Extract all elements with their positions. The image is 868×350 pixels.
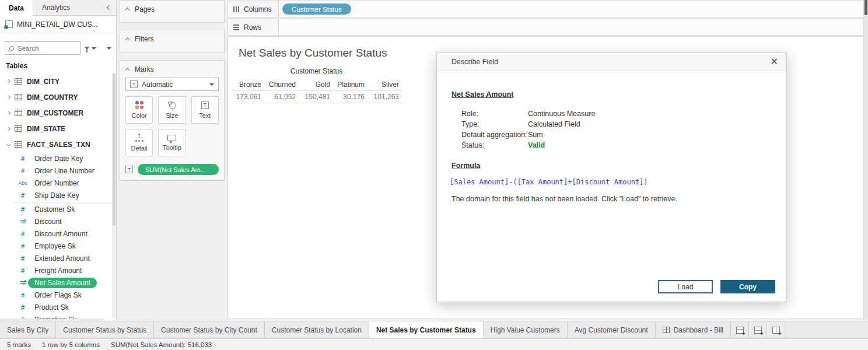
selected-field-pill[interactable]: Net Sales Amount xyxy=(28,278,97,288)
field-label: Customer Sk xyxy=(34,205,75,214)
tooltip-button[interactable]: Tooltip xyxy=(158,129,186,156)
new-story-button[interactable] xyxy=(767,321,785,338)
tab-customer-status-by-status[interactable]: Customer Status by Status xyxy=(56,321,154,338)
table-icon xyxy=(15,141,22,148)
columns-shelf-well[interactable]: Customer Status xyxy=(279,1,864,18)
customer-status-pill[interactable]: Customer Status xyxy=(282,4,351,15)
crosstab-column-header: Customer Status xyxy=(230,67,402,79)
category-cell[interactable]: Bronze xyxy=(230,79,265,90)
crosstab: Customer Status Bronze Churned Gold Plat… xyxy=(230,67,402,103)
columns-icon xyxy=(233,6,239,12)
tab-dashboard-bill[interactable]: Dashboard - Bill xyxy=(656,321,731,338)
mark-type-dropdown[interactable]: T Automatic xyxy=(125,78,219,91)
field-row[interactable]: # Customer Sk xyxy=(0,203,112,215)
chevron-right-icon[interactable] xyxy=(6,127,10,131)
collapse-pane-button[interactable] xyxy=(102,0,116,15)
tab-customer-status-by-city-count[interactable]: Customer Status by City Count xyxy=(154,321,265,338)
value-cell[interactable]: 61,052 xyxy=(265,91,299,103)
property-label: Status: xyxy=(461,140,528,150)
filter-fields-button[interactable] xyxy=(80,41,100,55)
tab-sales-by-city[interactable]: Sales By City xyxy=(0,321,56,338)
chevron-up-icon[interactable] xyxy=(125,37,130,42)
chevron-up-icon[interactable] xyxy=(125,8,130,12)
table-row-fact-sales-txn[interactable]: FACT_SALES_TXN xyxy=(0,136,112,152)
text-mark-icon: T xyxy=(130,80,138,88)
table-row-dim-country[interactable]: DIM_COUNTRY xyxy=(0,89,112,105)
search-box[interactable] xyxy=(5,41,80,55)
value-cell[interactable]: 173,061 xyxy=(230,91,265,103)
field-row[interactable]: Abc Order Number xyxy=(0,177,112,189)
field-row[interactable]: # Product Sk xyxy=(0,301,112,313)
mark-buttons-row1: Color Size T Text xyxy=(125,96,219,124)
chevron-right-icon[interactable] xyxy=(6,111,10,115)
value-cell[interactable]: 101,263 xyxy=(368,91,402,103)
property-value: Sum xyxy=(528,130,543,140)
field-row[interactable]: =# Discount xyxy=(0,215,112,228)
table-row-dim-state[interactable]: DIM_STATE xyxy=(0,121,112,136)
text-button[interactable]: T Text xyxy=(191,96,219,124)
new-dashboard-button[interactable] xyxy=(749,321,767,338)
filters-card[interactable]: Filters xyxy=(120,30,225,53)
scrollbar-thumb[interactable] xyxy=(864,0,867,15)
field-label: Product Sk xyxy=(34,303,69,312)
status-valid-value: Valid xyxy=(528,140,545,150)
field-row[interactable]: # Employee Sk xyxy=(0,240,112,252)
category-cell[interactable]: Platinum xyxy=(334,79,368,90)
field-row[interactable]: # Promotion Sk xyxy=(0,313,112,318)
marks-count: 5 marks xyxy=(7,341,31,348)
caret-down-icon xyxy=(92,47,96,50)
tab-customer-status-by-location[interactable]: Customer Status by Location xyxy=(265,321,369,338)
value-cell[interactable]: 30,176 xyxy=(334,91,368,103)
tab-high-value-customers[interactable]: High Value Customers xyxy=(484,321,568,338)
field-row[interactable]: # Order Date Key xyxy=(0,152,112,164)
property-row: Default aggregation: Sum xyxy=(461,130,772,140)
field-row-net-sales-amount[interactable]: =# Net Sales Amount xyxy=(0,276,112,289)
field-row[interactable]: # Ship Date Key xyxy=(0,189,112,201)
mark-buttons-row2: Detail Tooltip xyxy=(125,129,219,156)
datasource-row[interactable]: MINI_RETAIL_DW CUS... xyxy=(0,16,116,33)
rows-shelf-well[interactable] xyxy=(279,19,864,36)
chevron-right-icon[interactable] xyxy=(6,79,10,83)
field-label: Order Line Number xyxy=(34,167,94,175)
field-row[interactable]: # Freight Amount xyxy=(0,264,112,276)
tab-net-sales-by-customer-status[interactable]: Net Sales by Customer Status xyxy=(369,321,484,338)
new-worksheet-button[interactable] xyxy=(731,321,749,338)
category-cell[interactable]: Gold xyxy=(299,79,334,90)
copy-button[interactable]: Copy xyxy=(720,280,775,293)
data-pane-menu-button[interactable] xyxy=(102,41,116,55)
field-row[interactable]: # Extended Amount xyxy=(0,252,112,264)
rows-shelf-label: Rows xyxy=(228,19,279,36)
chevron-down-icon[interactable] xyxy=(6,142,10,146)
dialog-buttons: Load Copy xyxy=(658,280,775,293)
data-panel-tabs: Data Analytics xyxy=(0,0,116,16)
tab-analytics[interactable]: Analytics xyxy=(33,0,79,15)
size-button[interactable]: Size xyxy=(158,96,186,124)
field-label: Order Number xyxy=(34,179,79,187)
number-icon: # xyxy=(16,230,30,237)
dimension-measure-divider xyxy=(14,202,112,202)
canvas-scrollbar[interactable] xyxy=(864,0,868,319)
value-cell[interactable]: 150,481 xyxy=(299,91,334,103)
load-button[interactable]: Load xyxy=(658,280,713,293)
table-row-dim-customer[interactable]: DIM_CUSTOMER xyxy=(0,105,112,121)
category-cell[interactable]: Silver xyxy=(368,79,402,90)
color-button[interactable]: Color xyxy=(125,96,153,124)
detail-button[interactable]: Detail xyxy=(125,129,153,156)
pages-card[interactable]: Pages xyxy=(120,0,225,23)
tab-avg-customer-discount[interactable]: Avg Customer Discount xyxy=(568,321,656,338)
field-row[interactable]: # Order Flags Sk xyxy=(0,289,112,301)
category-cell[interactable]: Churned xyxy=(265,79,299,90)
field-row[interactable]: # Order Line Number xyxy=(0,164,112,177)
close-icon[interactable]: ✕ xyxy=(771,57,778,66)
table-label: DIM_CUSTOMER xyxy=(27,109,83,117)
chevron-up-icon[interactable] xyxy=(125,68,130,72)
table-row-dim-city[interactable]: DIM_CITY xyxy=(0,74,112,89)
data-pane-scrollbar[interactable] xyxy=(112,74,116,318)
tab-data[interactable]: Data xyxy=(0,0,33,16)
field-row[interactable]: # Discount Amount xyxy=(0,228,112,240)
data-pane-h-scrollbar[interactable] xyxy=(0,318,104,320)
scrollbar-thumb[interactable] xyxy=(113,74,116,225)
search-input[interactable] xyxy=(18,45,76,52)
sum-net-sales-pill[interactable]: SUM(Net Sales Am... xyxy=(138,164,219,175)
chevron-right-icon[interactable] xyxy=(6,95,10,99)
